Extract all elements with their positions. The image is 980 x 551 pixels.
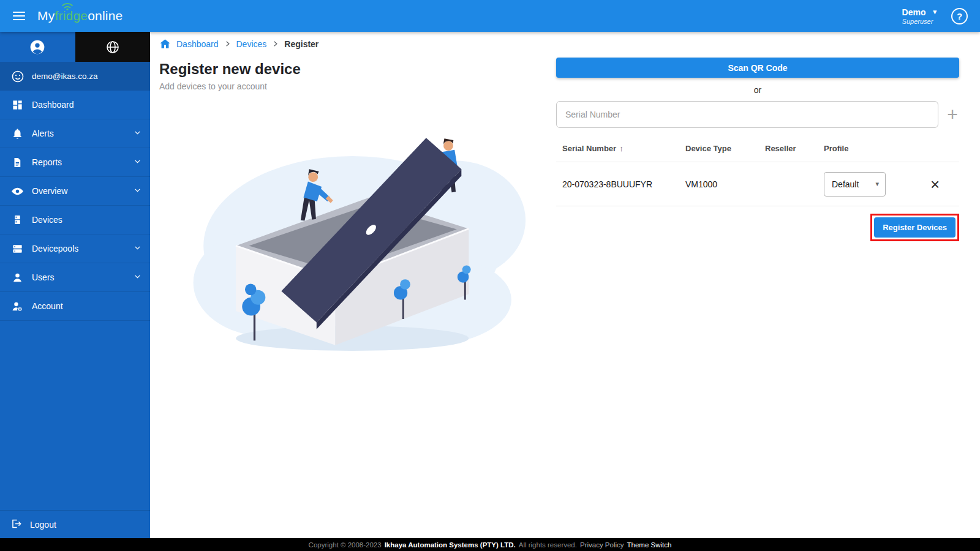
cell-serial-number: 20-070323-8BUUUFYR [562, 179, 685, 189]
sidebar-item-devicepools[interactable]: Devicepools [0, 234, 150, 263]
user-email: demo@ikas.co.za [0, 62, 150, 91]
header-profile: Profile [824, 144, 922, 153]
footer-company: Ikhaya Automation Systems (PTY) LTD. [385, 541, 516, 549]
sidebar-item-label: Users [32, 272, 126, 282]
sidebar-nav: Dashboard Alerts Reports [0, 91, 150, 510]
sidebar-item-account[interactable]: Account [0, 292, 150, 321]
report-icon [10, 157, 24, 168]
sidebar-item-label: Devicepools [32, 244, 126, 253]
remove-row-icon[interactable]: × [930, 176, 940, 192]
serial-entry-row: + [556, 101, 959, 128]
logo-prefix: My [37, 9, 55, 23]
profile-select-value: Default [832, 179, 859, 189]
chevron-right-icon [272, 40, 279, 47]
sidebar-item-label: Overview [32, 186, 126, 196]
profile-select[interactable]: Default ▾ [824, 172, 886, 197]
globe-icon [105, 40, 120, 54]
devicepools-icon [10, 243, 24, 255]
logout-button[interactable]: Logout [0, 510, 150, 538]
privacy-policy-link[interactable]: Privacy Policy [580, 541, 624, 549]
middle-region: demo@ikas.co.za Dashboard Alerts [0, 32, 980, 538]
theme-switch-link[interactable]: Theme Switch [627, 541, 672, 549]
breadcrumb-devices[interactable]: Devices [236, 39, 267, 49]
person-icon [10, 272, 24, 283]
wifi-icon [59, 1, 75, 10]
register-panel: Scan QR Code or + Serial Number ↑ Device [556, 56, 959, 538]
logout-icon [10, 518, 22, 531]
person-circle-icon [29, 39, 45, 55]
footer: Copyright © 2008-2023 Ikhaya Automation … [0, 538, 980, 551]
or-divider: or [556, 85, 959, 95]
sidebar-item-label: Reports [32, 157, 126, 167]
smiley-icon [11, 70, 24, 83]
user-name: Demo [902, 7, 926, 17]
content-grid: Register new device Add devices to your … [150, 56, 980, 538]
main-content: Dashboard Devices Register Register new … [150, 32, 980, 538]
annotation-highlight: Register Devices [870, 214, 959, 241]
chevron-right-icon [224, 40, 231, 47]
chevron-down-icon [134, 272, 141, 282]
help-icon[interactable]: ? [951, 8, 968, 24]
sidebar-item-label: Dashboard [32, 100, 141, 110]
user-email-text: demo@ikas.co.za [32, 72, 98, 81]
register-action-row: Register Devices [556, 214, 959, 241]
language-tab[interactable] [75, 32, 151, 62]
eye-icon [10, 185, 24, 198]
caret-down-icon: ▾ [933, 8, 937, 16]
breadcrumb: Dashboard Devices Register [150, 32, 980, 56]
scan-qr-button[interactable]: Scan QR Code [556, 58, 959, 78]
breadcrumb-dashboard[interactable]: Dashboard [176, 39, 219, 49]
page-title: Register new device [159, 61, 556, 78]
footer-copyright: Copyright © 2008-2023 [309, 541, 382, 549]
footer-rights: All rights reserved. [519, 541, 577, 549]
header-serial-number[interactable]: Serial Number ↑ [562, 144, 685, 153]
chevron-down-icon [134, 157, 141, 167]
app-logo: Myfridgeonline [37, 9, 123, 23]
devices-icon [10, 214, 24, 226]
sidebar-item-dashboard[interactable]: Dashboard [0, 91, 150, 119]
sidebar-item-label: Devices [32, 215, 141, 225]
logo-highlight: fridge [55, 9, 88, 23]
dashboard-icon [10, 99, 24, 111]
user-menu[interactable]: Demo ▾ Superuser [902, 7, 937, 25]
chevron-down-icon [134, 186, 141, 196]
header-device-type: Device Type [685, 144, 765, 153]
devices-table: Serial Number ↑ Device Type Reseller Pro… [556, 144, 959, 206]
header-reseller: Reseller [765, 144, 824, 153]
sidebar-item-overview[interactable]: Overview [0, 177, 150, 206]
sidebar-item-label: Account [32, 301, 141, 311]
account-gear-icon [10, 301, 24, 312]
chevron-down-icon [134, 244, 141, 253]
register-illustration [182, 107, 534, 367]
cell-device-type: VM1000 [685, 179, 765, 189]
sidebar-item-label: Alerts [32, 129, 126, 138]
sidebar-item-devices[interactable]: Devices [0, 206, 150, 234]
menu-icon[interactable] [9, 6, 29, 26]
register-devices-button[interactable]: Register Devices [874, 217, 956, 238]
profile-tab[interactable] [0, 32, 75, 62]
sidebar: demo@ikas.co.za Dashboard Alerts [0, 32, 150, 538]
logout-label: Logout [30, 520, 56, 530]
bell-icon [10, 128, 24, 140]
breadcrumb-register: Register [284, 39, 318, 49]
topbar: Myfridgeonline Demo ▾ Superuser ? [0, 0, 980, 32]
logo-suffix: online [88, 9, 123, 23]
topbar-right: Demo ▾ Superuser ? [902, 7, 968, 25]
sidebar-item-reports[interactable]: Reports [0, 148, 150, 177]
serial-number-input[interactable] [556, 101, 938, 128]
register-intro: Register new device Add devices to your … [159, 56, 556, 538]
sidebar-item-alerts[interactable]: Alerts [0, 119, 150, 148]
chevron-down-icon [134, 129, 141, 138]
table-header-row: Serial Number ↑ Device Type Reseller Pro… [556, 144, 959, 162]
sidebar-item-users[interactable]: Users [0, 263, 150, 292]
caret-down-icon: ▾ [875, 180, 879, 188]
app-shell: Myfridgeonline Demo ▾ Superuser ? [0, 0, 980, 551]
home-icon[interactable] [159, 38, 171, 50]
user-role: Superuser [902, 18, 937, 25]
sort-ascending-icon: ↑ [619, 144, 624, 153]
page-subtitle: Add devices to your account [159, 81, 556, 91]
sidebar-profile-tabs [0, 32, 150, 62]
add-serial-icon[interactable]: + [946, 105, 959, 124]
table-row: 20-070323-8BUUUFYR VM1000 Default ▾ × [556, 162, 959, 206]
